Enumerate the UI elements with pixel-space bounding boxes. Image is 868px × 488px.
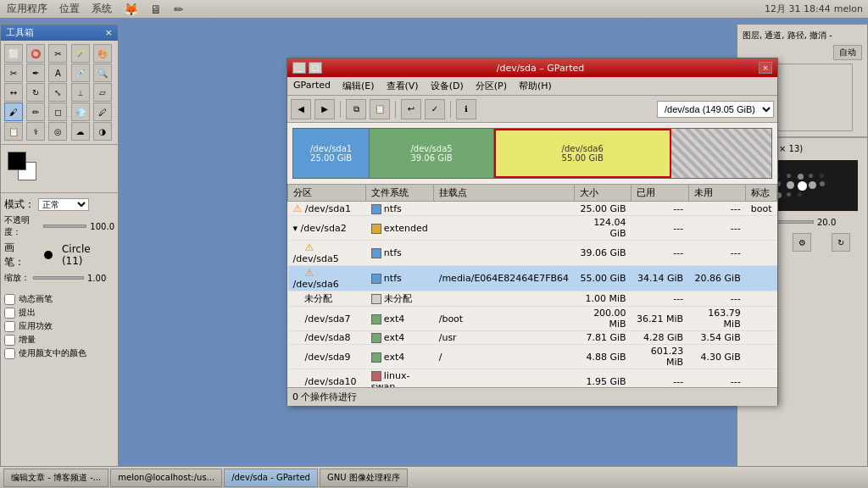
- clock: 12月 31 18:44: [765, 3, 831, 15]
- taskbar-item-terminal[interactable]: melon@localhost:/us...: [110, 469, 222, 487]
- mode-select[interactable]: 正常: [38, 198, 89, 211]
- pv-sda5[interactable]: /dev/sda5 39.06 GiB: [370, 129, 494, 178]
- tool-scale[interactable]: ⤡: [48, 83, 67, 102]
- tool-zoom[interactable]: 🔍: [93, 64, 112, 82]
- menu-device[interactable]: 设备(D): [428, 79, 466, 93]
- auto-btn[interactable]: 自动: [833, 45, 862, 60]
- menu-system[interactable]: 系统: [88, 2, 115, 16]
- cell-fs: ntfs: [366, 202, 434, 216]
- 提出-label: 提出: [19, 307, 36, 319]
- cell-used: ---: [632, 291, 689, 307]
- toolbar-undo-btn[interactable]: ↩: [401, 99, 421, 119]
- tool-dodge[interactable]: ◑: [93, 122, 112, 141]
- table-row[interactable]: 未分配 未分配 1.00 MiB --- ---: [288, 291, 777, 307]
- table-row[interactable]: ⚠ /dev/sda5 ntfs 39.06 GiB --- ---: [288, 241, 777, 266]
- toolbar-back-btn[interactable]: ◀: [291, 99, 311, 119]
- tool-paths[interactable]: ✒: [26, 64, 45, 82]
- table-row[interactable]: ⚠ /dev/sda6 ntfs /media/E064E82464E7FB64…: [288, 266, 777, 291]
- window-minimize-btn[interactable]: _: [292, 62, 306, 74]
- brush-dot: [820, 174, 824, 178]
- toolbar-fwd-btn[interactable]: ▶: [314, 99, 335, 119]
- window-close-buttons: ×: [759, 62, 772, 74]
- table-row[interactable]: /dev/sda8 ext4 /usr 7.81 GiB 4.28 GiB 3.…: [288, 331, 777, 345]
- menu-edit[interactable]: 编辑(E): [340, 79, 377, 93]
- partition-visual-bar: /dev/sda1 25.00 GiB /dev/sda5 39.06 GiB …: [292, 128, 772, 179]
- taskbar-item-gparted-label: /dev/sda - GParted: [231, 473, 310, 482]
- cell-partition: ▾ /dev/sda2: [288, 216, 366, 241]
- toolbar-sep3: [450, 101, 451, 118]
- username: melon: [834, 3, 863, 14]
- tool-flip[interactable]: ↔: [4, 83, 23, 102]
- table-row[interactable]: /dev/sda7 ext4 /boot 200.00 MiB 36.21 Mi…: [288, 307, 777, 331]
- menu-help[interactable]: 帮助(H): [516, 79, 554, 93]
- tool-color-picker[interactable]: 💉: [71, 64, 90, 82]
- cell-fs: extended: [366, 216, 434, 241]
- tool-blur[interactable]: ◎: [48, 122, 67, 141]
- table-row[interactable]: /dev/sda10 linux-swap 1.95 GiB --- ---: [288, 369, 777, 388]
- dynamic-brush-checkbox[interactable]: [4, 294, 15, 305]
- table-row[interactable]: ▾ /dev/sda2 extended 124.04 GiB --- ---: [288, 216, 777, 241]
- cell-flag: [746, 331, 777, 345]
- taskbar-item-gimp[interactable]: GNU 图像处理程序: [320, 469, 408, 487]
- menu-partition[interactable]: 分区(P): [473, 79, 509, 93]
- tool-fuzzy-select[interactable]: 🪄: [71, 44, 90, 63]
- tool-scissors[interactable]: ✂: [4, 64, 23, 82]
- menu-gparted[interactable]: GParted: [291, 79, 333, 93]
- table-row[interactable]: ⚠ /dev/sda1 ntfs 25.00 GiB --- --- boot: [288, 202, 777, 216]
- taskbar-item-gparted[interactable]: /dev/sda - GParted: [224, 469, 318, 487]
- tool-ink[interactable]: 🖊: [93, 103, 112, 121]
- toolbar-copy-btn[interactable]: ⧉: [346, 99, 366, 119]
- brush-dot-active[interactable]: [798, 181, 807, 191]
- width-slider[interactable]: [33, 276, 84, 280]
- terminal-icon[interactable]: 🖥: [147, 3, 165, 16]
- tool-pencil[interactable]: ✏: [26, 103, 45, 121]
- brush-preview[interactable]: [38, 245, 58, 265]
- tool-skew[interactable]: ⟂: [71, 83, 90, 102]
- 提出-checkbox[interactable]: [4, 308, 15, 319]
- color-sample-checkbox[interactable]: [4, 348, 15, 359]
- apply-checkbox[interactable]: [4, 321, 15, 332]
- tool-free-select[interactable]: ✂: [48, 44, 67, 63]
- menu-view[interactable]: 查看(V): [384, 79, 421, 93]
- brush-btn3[interactable]: ↻: [832, 233, 850, 252]
- tool-paintbrush[interactable]: 🖌: [4, 103, 23, 121]
- brush-btn2[interactable]: ⚙: [793, 233, 811, 252]
- toolbar-paste-btn[interactable]: 📋: [370, 99, 390, 119]
- col-used: 已用: [632, 185, 689, 202]
- gparted-window: _ □ /dev/sda – GParted × GParted 编辑(E) 查…: [287, 58, 778, 405]
- editor-icon[interactable]: ✏: [170, 3, 187, 16]
- tool-airbrush[interactable]: 💨: [71, 103, 90, 121]
- toolbar-info-btn[interactable]: ℹ: [456, 99, 476, 119]
- tool-rotate[interactable]: ↻: [26, 83, 45, 102]
- color-swatches[interactable]: [8, 152, 50, 186]
- pv-sda1[interactable]: /dev/sda1 25.00 GiB: [293, 129, 370, 178]
- menu-places[interactable]: 位置: [56, 2, 83, 16]
- cell-fs: ntfs: [366, 266, 434, 291]
- pv-sda6[interactable]: /dev/sda6 55.00 GiB: [494, 129, 671, 178]
- tool-heal[interactable]: ⚕: [26, 122, 45, 141]
- toolbar-apply-btn[interactable]: ✓: [425, 99, 445, 119]
- table-row[interactable]: /dev/sda9 ext4 / 4.88 GiB 601.23 MiB 4.3…: [288, 345, 777, 369]
- increment-checkbox[interactable]: [4, 335, 15, 346]
- tool-rect-select[interactable]: ⬜: [4, 44, 23, 63]
- menu-applications[interactable]: 应用程序: [3, 2, 51, 16]
- window-maximize-btn[interactable]: □: [309, 62, 322, 74]
- tool-perspective[interactable]: ▱: [93, 83, 112, 102]
- tool-eraser[interactable]: ◻: [48, 103, 67, 121]
- tool-by-color[interactable]: 🎨: [93, 44, 112, 63]
- window-close-btn[interactable]: ×: [759, 62, 772, 74]
- taskbar-item-blog[interactable]: 编辑文章 - 博客频道 -...: [3, 469, 108, 487]
- partition-table-scroll[interactable]: 分区 文件系统 挂载点 大小 已用 未用 标志 ⚠ /dev/sda1 ntfs…: [287, 184, 777, 387]
- tool-clone[interactable]: 📋: [4, 122, 23, 141]
- tool-smudge[interactable]: ☁: [71, 122, 90, 141]
- cell-mount: [434, 291, 574, 307]
- tool-ellipse-select[interactable]: ⭕: [26, 44, 45, 63]
- device-selector[interactable]: /dev/sda (149.05 GiB): [657, 101, 774, 118]
- cell-partition: ⚠ /dev/sda5: [288, 241, 366, 266]
- firefox-icon[interactable]: 🦊: [120, 3, 142, 16]
- toolbox-close-btn[interactable]: ×: [105, 27, 113, 38]
- pv-sda1-name: /dev/sda1: [310, 144, 352, 153]
- cell-size: 1.95 GiB: [574, 369, 632, 388]
- tool-text[interactable]: A: [48, 64, 67, 82]
- opacity-slider[interactable]: [43, 225, 86, 228]
